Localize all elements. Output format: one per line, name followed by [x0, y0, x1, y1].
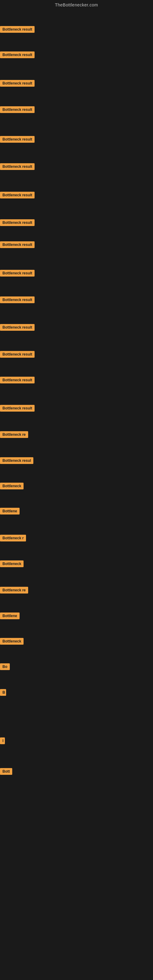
bottleneck-badge[interactable]: Bottleneck [0, 638, 24, 645]
bottleneck-badge[interactable]: Bottleneck re [0, 431, 28, 438]
bottleneck-badge[interactable]: Bottleneck result [0, 351, 35, 358]
bottleneck-item: Bo [0, 663, 10, 671]
bottleneck-item: Bottlene [0, 508, 19, 516]
bottleneck-item: Bottleneck result [0, 80, 35, 88]
bottleneck-badge[interactable]: B [0, 689, 6, 696]
bottleneck-badge[interactable]: I [0, 737, 5, 744]
bottleneck-item: Bottleneck r [0, 535, 26, 542]
bottleneck-badge[interactable]: Bottleneck result [0, 296, 35, 303]
bottleneck-item: Bottleneck result [0, 270, 35, 278]
bottleneck-item: Bottleneck result [0, 405, 35, 413]
bottleneck-item: I [0, 737, 5, 745]
bottleneck-item: Bottleneck resul [0, 457, 33, 465]
bottleneck-badge[interactable]: Bottleneck result [0, 192, 35, 199]
bottleneck-item: Bottlene [0, 612, 19, 620]
bottleneck-badge[interactable]: Bottleneck result [0, 270, 35, 277]
bottleneck-item: Bottleneck result [0, 377, 35, 385]
bottleneck-badge[interactable]: Bottleneck r [0, 535, 26, 541]
bottleneck-badge[interactable]: Bottleneck result [0, 219, 35, 226]
bottleneck-badge[interactable]: Bottleneck resul [0, 457, 33, 464]
bottleneck-badge[interactable]: Bott [0, 768, 12, 775]
bottleneck-badge[interactable]: Bottleneck result [0, 324, 35, 331]
bottleneck-item: B [0, 689, 6, 697]
bottleneck-item: Bottleneck result [0, 26, 35, 34]
bottleneck-item: Bottleneck [0, 483, 24, 491]
bottleneck-item: Bottleneck result [0, 351, 35, 359]
bottleneck-badge[interactable]: Bo [0, 663, 10, 670]
bottleneck-badge[interactable]: Bottlene [0, 612, 19, 619]
bottleneck-badge[interactable]: Bottleneck result [0, 241, 35, 248]
bottleneck-item: Bottleneck result [0, 241, 35, 249]
bottleneck-badge[interactable]: Bottleneck [0, 483, 24, 489]
bottleneck-item: Bottleneck result [0, 136, 35, 144]
bottleneck-badge[interactable]: Bottleneck [0, 560, 24, 567]
bottleneck-item: Bottleneck result [0, 324, 35, 332]
bottleneck-badge[interactable]: Bottleneck result [0, 405, 35, 412]
bottleneck-item: Bottleneck re [0, 431, 28, 439]
bottleneck-badge[interactable]: Bottleneck result [0, 80, 35, 87]
bottleneck-badge[interactable]: Bottlene [0, 508, 19, 514]
bottleneck-item: Bottleneck [0, 638, 24, 646]
bottleneck-item: Bottleneck re [0, 587, 28, 595]
bottleneck-item: Bottleneck result [0, 106, 35, 114]
bottleneck-badge[interactable]: Bottleneck result [0, 26, 35, 33]
bottleneck-item: Bott [0, 768, 12, 776]
bottleneck-badge[interactable]: Bottleneck result [0, 106, 35, 113]
bottleneck-item: Bottleneck result [0, 163, 35, 171]
bottleneck-badge[interactable]: Bottleneck result [0, 51, 35, 58]
bottleneck-badge[interactable]: Bottleneck result [0, 136, 35, 143]
bottleneck-badge[interactable]: Bottleneck result [0, 163, 35, 170]
bottleneck-badge[interactable]: Bottleneck re [0, 587, 28, 593]
bottleneck-item: Bottleneck result [0, 192, 35, 200]
bottleneck-badge[interactable]: Bottleneck result [0, 377, 35, 383]
site-title: TheBottlenecker.com [0, 0, 153, 9]
bottleneck-item: Bottleneck result [0, 296, 35, 304]
bottleneck-item: Bottleneck result [0, 51, 35, 59]
bottleneck-item: Bottleneck [0, 560, 24, 568]
bottleneck-item: Bottleneck result [0, 219, 35, 227]
